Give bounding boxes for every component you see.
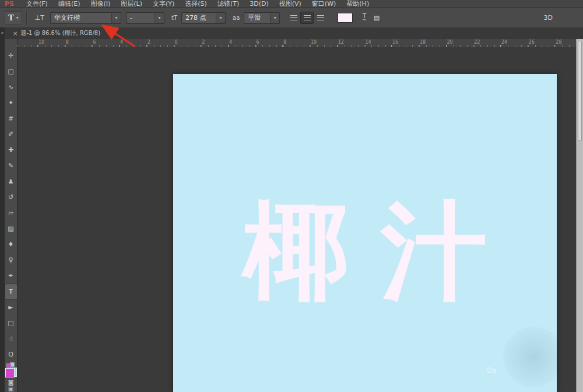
eraser-icon: ▱	[8, 209, 13, 217]
ruler-number: 28	[556, 40, 561, 45]
align-center-button[interactable]	[300, 12, 314, 24]
rectangle-tool[interactable]: □	[5, 315, 17, 331]
rectangular-marquee-tool[interactable]: ▢	[5, 63, 17, 79]
hand-tool[interactable]: ☝	[5, 331, 17, 347]
lasso-tool[interactable]: ∿	[5, 79, 17, 95]
document-tab-title[interactable]: 题-1 @ 86.6% (椰汁, RGB/8)	[20, 29, 105, 37]
warp-curve-icon: ~	[362, 18, 367, 22]
eraser-tool[interactable]: ▱	[5, 205, 17, 221]
warp-text-button[interactable]: T ~	[362, 15, 367, 22]
menu-item[interactable]: 3D(D)	[244, 0, 274, 8]
gradient-icon: ▨	[8, 225, 13, 232]
scrollbar-thumb[interactable]	[578, 41, 582, 141]
spot-healing-brush-icon: ✚	[8, 146, 13, 154]
chevron-down-icon[interactable]: ▾	[270, 13, 279, 23]
zoom-tool[interactable]: Q	[5, 347, 17, 362]
pen-tool[interactable]: ✒	[5, 268, 17, 284]
ruler-number: 18	[420, 40, 426, 45]
type-tool-icon: T	[8, 13, 14, 22]
ruler-number: 0	[175, 40, 178, 45]
pen-icon: ✒	[8, 272, 13, 280]
menu-item[interactable]: 文字(Y)	[147, 0, 180, 8]
font-family-value: 华文行楷	[51, 13, 111, 22]
menu-item[interactable]: 窗口(W)	[307, 0, 341, 8]
horizontal-ruler[interactable]: 1086420246810121416182022242628	[17, 39, 576, 48]
ruler-number: 4	[229, 40, 232, 45]
rectangular-marquee-icon: ▢	[8, 68, 13, 75]
anti-alias-value: 平滑	[244, 13, 270, 22]
quick-selection-icon: ✦	[8, 99, 13, 107]
expand-panels-icon[interactable]: »	[0, 30, 5, 36]
menu-item[interactable]: 滤镜(T)	[212, 0, 244, 8]
text-color-swatch[interactable]	[338, 13, 353, 23]
anti-alias-select[interactable]: 平滑 ▾	[244, 12, 280, 24]
brush-icon: ✎	[8, 162, 13, 169]
quick-selection-tool[interactable]: ✦	[5, 95, 17, 111]
default-colors-icon[interactable]	[6, 363, 15, 367]
font-style-select[interactable]: - ▾	[126, 12, 164, 24]
crop-tool[interactable]: #	[5, 111, 17, 126]
type-tool[interactable]: T	[5, 284, 17, 299]
history-brush-tool[interactable]: ↺	[5, 189, 17, 205]
chevron-down-icon[interactable]: ▾	[154, 13, 164, 23]
menu-item[interactable]: 选择(S)	[180, 0, 212, 8]
path-selection-icon: ►	[8, 303, 13, 311]
menu-items: 文件(F)编辑(E)图像(I)图层(L)文字(Y)选择(S)滤镜(T)3D(D)…	[21, 0, 374, 8]
align-left-button[interactable]	[287, 12, 300, 24]
foreground-color-swatch[interactable]	[5, 368, 15, 377]
chevron-down-icon[interactable]: ▾	[111, 13, 121, 23]
menu-item[interactable]: 帮助(H)	[341, 0, 374, 8]
blur-tool[interactable]: ♦	[5, 236, 17, 252]
toggle-panels-button[interactable]: ▤	[374, 14, 380, 22]
chevron-down-icon[interactable]: ▾	[216, 13, 225, 23]
eyedropper-icon: ✐	[8, 130, 13, 138]
quick-mask-button[interactable]: ◙	[8, 379, 14, 386]
ruler-number: 22	[474, 40, 480, 45]
clone-stamp-icon: ♟	[8, 178, 14, 185]
close-icon[interactable]: ×	[5, 30, 20, 37]
brush-tool[interactable]: ✎	[5, 158, 17, 174]
clone-stamp-tool[interactable]: ♟	[5, 174, 17, 189]
ruler-number: 8	[283, 40, 286, 45]
spot-healing-brush-tool[interactable]: ✚	[5, 142, 17, 158]
font-size-select[interactable]: 278 点 ▾	[181, 12, 226, 24]
watermark: Da	[503, 327, 557, 387]
align-left-icon	[290, 15, 297, 21]
watermark-text: Da	[487, 366, 497, 375]
move-tool[interactable]: ✛	[5, 48, 17, 63]
ruler-number: 6	[93, 40, 96, 45]
blur-icon: ♦	[8, 241, 14, 248]
menu-item[interactable]: 文件(F)	[21, 0, 53, 8]
eyedropper-tool[interactable]: ✐	[5, 126, 17, 142]
dodge-tool[interactable]: ♀	[5, 252, 17, 268]
ruler-number: 10	[38, 40, 44, 45]
tool-preset-picker[interactable]: T ▾	[5, 11, 22, 25]
ruler-number: 16	[392, 40, 398, 45]
menu-item[interactable]: 图像(I)	[85, 0, 115, 8]
screen-mode-button[interactable]: ▣	[8, 386, 13, 392]
ruler-number: 4	[120, 40, 123, 45]
ruler-number: 24	[501, 40, 507, 45]
separator	[26, 11, 27, 25]
text-orientation-button[interactable]: ⊥T	[35, 14, 44, 22]
rectangle-icon: □	[8, 319, 13, 327]
canvas[interactable]: 椰汁 Da	[173, 74, 557, 392]
ruler-number: 20	[447, 40, 453, 45]
options-bar: T ▾ ⊥T 华文行楷 ▾ - ▾ tT 278 点 ▾ aa 平滑 ▾ T ~…	[0, 8, 583, 28]
path-selection-tool[interactable]: ►	[5, 299, 17, 315]
menu-item[interactable]: 图层(L)	[115, 0, 147, 8]
ruler-number: 14	[365, 40, 371, 45]
font-family-select[interactable]: 华文行楷 ▾	[50, 12, 121, 24]
menu-item[interactable]: 视图(V)	[274, 0, 307, 8]
crop-icon: #	[8, 115, 13, 122]
ruler-number: 12	[338, 40, 344, 45]
vertical-scrollbar[interactable]	[576, 39, 583, 392]
dodge-icon: ♀	[8, 256, 13, 264]
ruler-number: 2	[147, 40, 150, 45]
menu-item[interactable]: 编辑(E)	[53, 0, 86, 8]
workspace: 椰汁 Da	[18, 47, 576, 392]
gradient-tool[interactable]: ▨	[5, 221, 17, 236]
align-right-button[interactable]	[314, 12, 327, 24]
lasso-icon: ∿	[8, 83, 13, 91]
mini-foreground-swatch	[6, 363, 11, 368]
